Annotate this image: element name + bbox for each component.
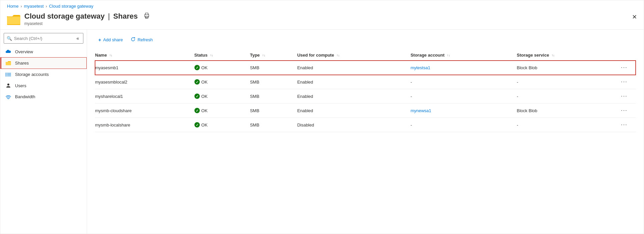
cell-storage-account: mynewsa1 (411, 104, 517, 118)
cell-used-for-compute: Enabled (297, 61, 411, 75)
cell-type: SMB (250, 89, 297, 104)
col-storage-account: Storage account ↑↓ (411, 50, 517, 61)
cell-status: OK (194, 89, 250, 104)
table-row[interactable]: myasesmblocal2 OK SMB Enabled - - ··· (95, 75, 636, 89)
sidebar-item-users[interactable]: Users (0, 80, 87, 91)
sidebar-item-bandwidth[interactable]: Bandwidth (0, 91, 87, 102)
cell-actions[interactable]: ··· (619, 75, 636, 89)
storage-account-link[interactable]: mynewsa1 (411, 108, 431, 113)
sort-status[interactable]: ↑↓ (210, 54, 213, 57)
nav-label-bandwidth: Bandwidth (15, 94, 35, 99)
sidebar-item-overview[interactable]: Overview (0, 46, 87, 57)
cell-name: mysmb-cloudshare (95, 104, 194, 118)
wifi-icon (5, 95, 12, 99)
storage-account-value: - (411, 80, 412, 85)
table-row[interactable]: mysmb-localshare OK SMB Disabled - - ··· (95, 118, 636, 132)
cell-storage-account: - (411, 118, 517, 132)
header-title-block: Cloud storage gateway | Shares myasetest (24, 12, 150, 26)
header-row: Name ↑↓ Status ↑↓ Type ↑↓ Used for com (95, 50, 636, 61)
status-text: OK (201, 122, 208, 127)
search-icon: 🔍 (7, 36, 12, 41)
sort-type[interactable]: ↑↓ (262, 54, 265, 57)
status-text: OK (201, 65, 208, 70)
collapse-icon[interactable]: « (75, 35, 80, 42)
cell-storage-account: - (411, 89, 517, 104)
status-check-icon (194, 122, 200, 127)
refresh-icon (131, 37, 135, 43)
print-icon[interactable] (144, 13, 150, 20)
cell-used-for-compute: Enabled (297, 75, 411, 89)
cell-type: SMB (250, 104, 297, 118)
nav-label-storage-accounts: Storage accounts (15, 72, 49, 77)
col-status: Status ↑↓ (194, 50, 250, 61)
sidebar-item-shares[interactable]: Shares (0, 57, 87, 69)
close-button[interactable]: ✕ (632, 14, 637, 20)
breadcrumb-sep1: › (21, 4, 22, 9)
cell-status: OK (194, 104, 250, 118)
refresh-label: Refresh (137, 37, 153, 42)
search-bar[interactable]: 🔍 « (4, 33, 83, 44)
shares-table: Name ↑↓ Status ↑↓ Type ↑↓ Used for com (95, 50, 636, 132)
breadcrumb: Home › myasetest › Cloud storage gateway (0, 0, 644, 11)
table-row[interactable]: mysmb-cloudshare OK SMB Enabled mynewsa1… (95, 104, 636, 118)
header-pipe: | (108, 12, 110, 21)
cloud-icon (5, 50, 12, 54)
sort-storage-account[interactable]: ↑↓ (447, 54, 450, 57)
breadcrumb-current[interactable]: Cloud storage gateway (49, 4, 93, 9)
sidebar: 🔍 « Overview Shares Storage accounts Use… (0, 30, 87, 234)
table-header: Name ↑↓ Status ↑↓ Type ↑↓ Used for com (95, 50, 636, 61)
add-share-button[interactable]: + Add share (95, 35, 126, 45)
cell-status: OK (194, 75, 250, 89)
toolbar: + Add share Refresh (95, 35, 636, 45)
header-subtitle: myasetest (24, 21, 150, 26)
cell-storage-service: Block Blob (517, 61, 619, 75)
row-actions-button[interactable]: ··· (619, 121, 629, 128)
col-type: Type ↑↓ (250, 50, 297, 61)
svg-rect-4 (145, 13, 148, 15)
cell-actions[interactable]: ··· (619, 89, 636, 104)
cell-actions[interactable]: ··· (619, 61, 636, 75)
row-actions-button[interactable]: ··· (619, 93, 629, 100)
header-title-row: Cloud storage gateway | Shares (24, 12, 150, 21)
folder-icon (7, 13, 20, 25)
table-row[interactable]: myasesmb1 OK SMB Enabled mytestsa1 Block… (95, 61, 636, 75)
nav-label-overview: Overview (15, 49, 33, 54)
breadcrumb-sep2: › (46, 4, 47, 9)
main-layout: 🔍 « Overview Shares Storage accounts Use… (0, 29, 644, 234)
search-input[interactable] (14, 36, 73, 41)
sort-storage-service[interactable]: ↑↓ (552, 54, 555, 57)
row-actions-button[interactable]: ··· (619, 64, 629, 71)
status-text: OK (201, 80, 208, 85)
storage-account-value: - (411, 94, 412, 99)
storage-account-value: - (411, 122, 412, 127)
plus-icon: + (98, 37, 101, 43)
svg-point-14 (6, 75, 7, 76)
cell-storage-account: - (411, 75, 517, 89)
nav-label-users: Users (15, 83, 26, 88)
sort-name[interactable]: ↑↓ (109, 54, 112, 57)
breadcrumb-home[interactable]: Home (7, 4, 19, 9)
cell-type: SMB (250, 118, 297, 132)
sort-compute[interactable]: ↑↓ (337, 54, 340, 57)
header-resource-name: Cloud storage gateway (24, 12, 105, 21)
status-check-icon (194, 65, 200, 70)
cell-actions[interactable]: ··· (619, 104, 636, 118)
cell-used-for-compute: Enabled (297, 89, 411, 104)
svg-rect-2 (7, 17, 20, 24)
row-actions-button[interactable]: ··· (619, 107, 629, 114)
cell-actions[interactable]: ··· (619, 118, 636, 132)
row-actions-button[interactable]: ··· (619, 78, 629, 86)
sidebar-item-storage-accounts[interactable]: Storage accounts (0, 69, 87, 80)
col-used-for-compute: Used for compute ↑↓ (297, 50, 411, 61)
status-check-icon (194, 79, 200, 85)
col-actions (619, 50, 636, 61)
breadcrumb-myasetest[interactable]: myasetest (24, 4, 44, 9)
cell-status: OK (194, 118, 250, 132)
refresh-button[interactable]: Refresh (127, 35, 156, 45)
svg-rect-8 (6, 62, 11, 65)
status-check-icon (194, 108, 200, 113)
content-area: + Add share Refresh (87, 30, 644, 234)
table-row[interactable]: mysharelocal1 OK SMB Enabled - - ··· (95, 89, 636, 104)
col-storage-service: Storage service ↑↓ (517, 50, 619, 61)
storage-account-link[interactable]: mytestsa1 (411, 65, 430, 70)
